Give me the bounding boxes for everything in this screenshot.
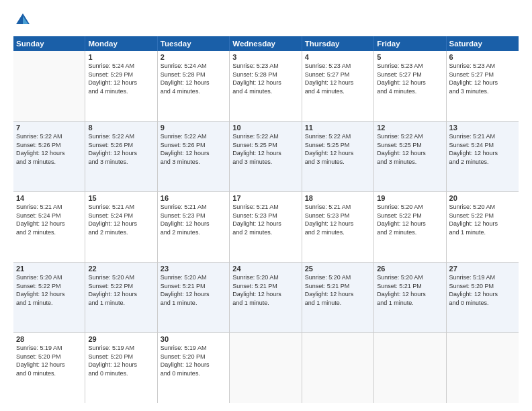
calendar-cell: 2Sunrise: 5:24 AM Sunset: 5:28 PM Daylig…	[158, 51, 230, 121]
calendar-cell: 21Sunrise: 5:20 AM Sunset: 5:22 PM Dayli…	[13, 263, 85, 332]
calendar-cell: 25Sunrise: 5:20 AM Sunset: 5:21 PM Dayli…	[302, 263, 374, 332]
day-number: 25	[305, 265, 371, 273]
day-info: Sunrise: 5:21 AM Sunset: 5:24 PM Dayligh…	[16, 203, 82, 236]
calendar-cell: 14Sunrise: 5:21 AM Sunset: 5:24 PM Dayli…	[13, 192, 85, 262]
day-number: 20	[449, 194, 516, 202]
day-number: 27	[449, 265, 516, 273]
calendar-cell: 12Sunrise: 5:22 AM Sunset: 5:25 PM Dayli…	[374, 122, 446, 191]
calendar-cell: 22Sunrise: 5:20 AM Sunset: 5:22 PM Dayli…	[85, 263, 157, 332]
day-number: 1	[88, 53, 154, 61]
day-info: Sunrise: 5:22 AM Sunset: 5:25 PM Dayligh…	[305, 132, 371, 166]
calendar-cell: 5Sunrise: 5:23 AM Sunset: 5:27 PM Daylig…	[374, 51, 446, 121]
calendar-cell: 28Sunrise: 5:19 AM Sunset: 5:20 PM Dayli…	[13, 333, 85, 403]
day-number: 17	[232, 194, 298, 202]
day-number: 3	[232, 53, 298, 61]
calendar-cell: 17Sunrise: 5:21 AM Sunset: 5:23 PM Dayli…	[230, 192, 302, 262]
day-info: Sunrise: 5:24 AM Sunset: 5:29 PM Dayligh…	[88, 62, 154, 95]
day-info: Sunrise: 5:19 AM Sunset: 5:20 PM Dayligh…	[88, 344, 154, 377]
logo-icon	[13, 11, 32, 30]
day-info: Sunrise: 5:22 AM Sunset: 5:25 PM Dayligh…	[377, 132, 443, 166]
calendar-cell: 16Sunrise: 5:21 AM Sunset: 5:23 PM Dayli…	[158, 192, 230, 262]
day-number: 7	[16, 124, 82, 132]
calendar-cell: 30Sunrise: 5:19 AM Sunset: 5:20 PM Dayli…	[158, 333, 230, 403]
day-number: 5	[377, 53, 443, 61]
day-info: Sunrise: 5:21 AM Sunset: 5:24 PM Dayligh…	[449, 132, 516, 166]
day-info: Sunrise: 5:20 AM Sunset: 5:21 PM Dayligh…	[305, 273, 371, 307]
calendar-cell: 29Sunrise: 5:19 AM Sunset: 5:20 PM Dayli…	[85, 333, 157, 403]
calendar-cell: 11Sunrise: 5:22 AM Sunset: 5:25 PM Dayli…	[302, 122, 374, 191]
day-info: Sunrise: 5:23 AM Sunset: 5:27 PM Dayligh…	[305, 62, 371, 95]
day-info: Sunrise: 5:19 AM Sunset: 5:20 PM Dayligh…	[449, 273, 516, 307]
day-info: Sunrise: 5:24 AM Sunset: 5:28 PM Dayligh…	[161, 62, 226, 95]
day-number: 19	[377, 194, 443, 202]
day-number: 26	[377, 265, 443, 273]
day-info: Sunrise: 5:23 AM Sunset: 5:28 PM Dayligh…	[232, 62, 298, 95]
day-number: 14	[16, 194, 82, 202]
calendar-cell: 4Sunrise: 5:23 AM Sunset: 5:27 PM Daylig…	[302, 51, 374, 121]
calendar-header-cell: Monday	[85, 36, 157, 51]
calendar-header-cell: Thursday	[302, 36, 374, 51]
calendar-cell: 8Sunrise: 5:22 AM Sunset: 5:26 PM Daylig…	[85, 122, 157, 191]
calendar-cell: 27Sunrise: 5:19 AM Sunset: 5:20 PM Dayli…	[447, 263, 519, 332]
day-info: Sunrise: 5:22 AM Sunset: 5:25 PM Dayligh…	[232, 132, 298, 166]
day-number: 4	[305, 53, 371, 61]
calendar-cell: 23Sunrise: 5:20 AM Sunset: 5:21 PM Dayli…	[158, 263, 230, 332]
day-number: 6	[449, 53, 516, 61]
calendar-header-cell: Friday	[374, 36, 446, 51]
logo	[13, 11, 35, 30]
day-info: Sunrise: 5:22 AM Sunset: 5:26 PM Dayligh…	[16, 132, 82, 166]
calendar-body: 1Sunrise: 5:24 AM Sunset: 5:29 PM Daylig…	[13, 51, 519, 403]
day-number: 12	[377, 124, 443, 132]
calendar-cell: 7Sunrise: 5:22 AM Sunset: 5:26 PM Daylig…	[13, 122, 85, 191]
day-info: Sunrise: 5:23 AM Sunset: 5:27 PM Dayligh…	[377, 62, 443, 95]
calendar-cell: 13Sunrise: 5:21 AM Sunset: 5:24 PM Dayli…	[447, 122, 519, 191]
calendar-cell: 10Sunrise: 5:22 AM Sunset: 5:25 PM Dayli…	[230, 122, 302, 191]
day-info: Sunrise: 5:22 AM Sunset: 5:26 PM Dayligh…	[161, 132, 226, 166]
calendar-cell: 24Sunrise: 5:20 AM Sunset: 5:21 PM Dayli…	[230, 263, 302, 332]
calendar-cell: 15Sunrise: 5:21 AM Sunset: 5:24 PM Dayli…	[85, 192, 157, 262]
calendar-cell: 9Sunrise: 5:22 AM Sunset: 5:26 PM Daylig…	[158, 122, 230, 191]
day-info: Sunrise: 5:23 AM Sunset: 5:27 PM Dayligh…	[449, 62, 516, 95]
calendar-header-cell: Sunday	[13, 36, 85, 51]
calendar-row: 7Sunrise: 5:22 AM Sunset: 5:26 PM Daylig…	[13, 122, 519, 192]
calendar-cell: 20Sunrise: 5:20 AM Sunset: 5:22 PM Dayli…	[447, 192, 519, 262]
day-number: 30	[161, 335, 226, 343]
calendar-header-cell: Tuesday	[158, 36, 230, 51]
calendar-cell	[230, 333, 302, 403]
day-number: 8	[88, 124, 154, 132]
day-number: 29	[88, 335, 154, 343]
day-info: Sunrise: 5:19 AM Sunset: 5:20 PM Dayligh…	[161, 344, 226, 377]
calendar-cell: 26Sunrise: 5:20 AM Sunset: 5:21 PM Dayli…	[374, 263, 446, 332]
day-info: Sunrise: 5:21 AM Sunset: 5:23 PM Dayligh…	[232, 203, 298, 236]
day-number: 13	[449, 124, 516, 132]
calendar: SundayMondayTuesdayWednesdayThursdayFrid…	[13, 36, 519, 403]
day-info: Sunrise: 5:22 AM Sunset: 5:26 PM Dayligh…	[88, 132, 154, 166]
day-number: 21	[16, 265, 82, 273]
day-number: 10	[232, 124, 298, 132]
calendar-header: SundayMondayTuesdayWednesdayThursdayFrid…	[13, 36, 519, 51]
calendar-cell	[302, 333, 374, 403]
day-info: Sunrise: 5:21 AM Sunset: 5:23 PM Dayligh…	[305, 203, 371, 236]
day-info: Sunrise: 5:20 AM Sunset: 5:21 PM Dayligh…	[161, 273, 226, 307]
day-info: Sunrise: 5:19 AM Sunset: 5:20 PM Dayligh…	[16, 344, 82, 377]
day-info: Sunrise: 5:20 AM Sunset: 5:21 PM Dayligh…	[232, 273, 298, 307]
calendar-cell: 18Sunrise: 5:21 AM Sunset: 5:23 PM Dayli…	[302, 192, 374, 262]
calendar-cell: 3Sunrise: 5:23 AM Sunset: 5:28 PM Daylig…	[230, 51, 302, 121]
day-number: 24	[232, 265, 298, 273]
calendar-header-cell: Wednesday	[230, 36, 302, 51]
day-number: 23	[161, 265, 226, 273]
calendar-row: 28Sunrise: 5:19 AM Sunset: 5:20 PM Dayli…	[13, 333, 519, 403]
calendar-cell: 6Sunrise: 5:23 AM Sunset: 5:27 PM Daylig…	[447, 51, 519, 121]
day-number: 16	[161, 194, 226, 202]
day-info: Sunrise: 5:20 AM Sunset: 5:22 PM Dayligh…	[377, 203, 443, 236]
day-number: 11	[305, 124, 371, 132]
day-number: 22	[88, 265, 154, 273]
day-number: 15	[88, 194, 154, 202]
calendar-row: 21Sunrise: 5:20 AM Sunset: 5:22 PM Dayli…	[13, 263, 519, 333]
day-number: 2	[161, 53, 226, 61]
calendar-header-cell: Saturday	[447, 36, 519, 51]
page: SundayMondayTuesdayWednesdayThursdayFrid…	[0, 0, 532, 411]
header	[13, 11, 519, 30]
day-number: 18	[305, 194, 371, 202]
day-info: Sunrise: 5:21 AM Sunset: 5:23 PM Dayligh…	[161, 203, 226, 236]
